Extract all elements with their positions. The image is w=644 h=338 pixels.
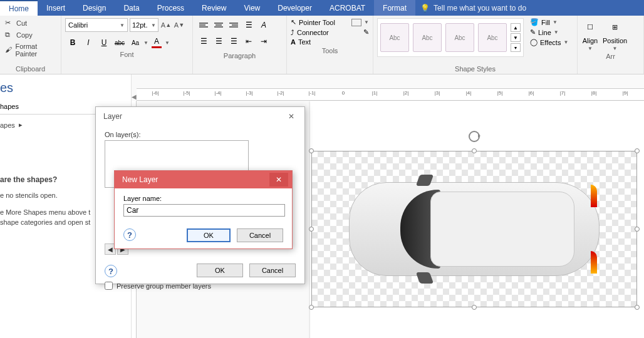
layer-ok-button[interactable]: OK	[197, 264, 243, 277]
tab-developer[interactable]: Developer	[269, 0, 321, 16]
font-name-select[interactable]: Calibri▼	[65, 18, 128, 32]
align-left-button[interactable]	[197, 18, 210, 32]
strike-button[interactable]: abc	[112, 36, 127, 49]
align-button[interactable]: ☐ Align ▼	[581, 18, 599, 51]
selection-box[interactable]	[311, 151, 637, 307]
pointer-tool-button[interactable]: ↖Pointer Tool▼	[291, 18, 369, 26]
shapes-pane-title: es	[0, 74, 131, 99]
align-right-button[interactable]	[227, 18, 241, 32]
tools-group-label: Tools	[291, 46, 369, 56]
text-direction-button[interactable]: A	[257, 18, 271, 32]
new-layer-close-button[interactable]: ✕	[269, 173, 288, 187]
group-arrange: ☐ Align ▼ ⊞ Position ▼ Arr	[578, 16, 644, 74]
ribbon-tabs: Home Insert Design Data Process Review V…	[0, 0, 644, 16]
tell-me-search[interactable]: 💡 Tell me what you want to do	[420, 0, 526, 16]
freeform-icon[interactable]: ✎	[363, 28, 369, 36]
decrease-indent-button[interactable]: ⇤	[242, 34, 256, 48]
increase-indent-button[interactable]: ⇥	[257, 34, 271, 48]
tab-home[interactable]: Home	[0, 0, 38, 16]
shape-style-swatch[interactable]: Abc	[445, 23, 474, 52]
gallery-more-button[interactable]: ▾	[511, 43, 521, 52]
preserve-members-checkbox[interactable]	[105, 282, 113, 290]
resize-handle-s[interactable]	[472, 305, 477, 310]
align-bottom-button[interactable]: ☰	[227, 34, 241, 48]
scissors-icon: ✂	[5, 19, 14, 28]
chevron-down-icon: ▼	[553, 19, 558, 25]
shrink-font-button[interactable]: A▼	[174, 18, 185, 32]
fill-label: Fill	[541, 19, 550, 26]
arrange-group-label: Arr	[581, 51, 640, 61]
underline-button[interactable]: U	[96, 36, 112, 49]
shape-style-swatch[interactable]: Abc	[380, 23, 409, 52]
shape-style-swatch[interactable]: Abc	[478, 23, 507, 52]
shape-style-swatch[interactable]: Abc	[413, 23, 442, 52]
align-top-button[interactable]: ☰	[197, 34, 210, 48]
position-icon: ⊞	[606, 18, 624, 36]
resize-handle-sw[interactable]	[309, 305, 314, 310]
ruler-mark: 0	[342, 90, 345, 96]
resize-handle-e[interactable]	[635, 227, 640, 232]
new-layer-ok-button[interactable]: OK	[187, 228, 231, 242]
line-button[interactable]: ✎Line▼	[530, 28, 568, 36]
new-layer-cancel-button[interactable]: Cancel	[237, 228, 283, 242]
tab-process[interactable]: Process	[148, 0, 193, 16]
position-button[interactable]: ⊞ Position ▼	[603, 18, 627, 51]
tab-view[interactable]: View	[235, 0, 269, 16]
copy-button[interactable]: ⧉Copy	[4, 30, 57, 40]
layer-cancel-button[interactable]: Cancel	[249, 264, 296, 277]
tab-acrobat[interactable]: ACROBAT	[321, 0, 374, 16]
resize-handle-ne[interactable]	[635, 148, 640, 153]
copy-label: Copy	[16, 31, 33, 39]
scroll-left-button[interactable]: ◀	[132, 92, 137, 101]
rotate-handle[interactable]	[469, 131, 480, 142]
tab-design[interactable]: Design	[74, 0, 115, 16]
grow-font-button[interactable]: A▲	[160, 18, 172, 32]
selection-border	[311, 151, 637, 307]
tab-review[interactable]: Review	[193, 0, 235, 16]
tab-data[interactable]: Data	[115, 0, 148, 16]
chevron-down-icon: ▼	[151, 23, 156, 28]
chevron-down-icon: ▼	[165, 40, 170, 46]
chevron-down-icon: ▼	[588, 46, 593, 51]
ruler-mark: |-5|	[183, 90, 190, 96]
align-middle-button[interactable]: ☰	[212, 34, 226, 48]
resize-handle-nw[interactable]	[309, 148, 314, 153]
on-layers-label: On layer(s):	[105, 131, 296, 138]
rectangle-icon[interactable]	[351, 19, 361, 26]
text-tool-button[interactable]: AText	[291, 38, 369, 46]
group-tools: ↖Pointer Tool▼ ⤴Connector✎ AText Tools	[287, 16, 373, 74]
italic-button[interactable]: I	[81, 36, 96, 49]
format-painter-button[interactable]: 🖌Format Painter	[4, 42, 57, 58]
ruler-mark: |3|	[435, 90, 440, 96]
connector-button[interactable]: ⤴Connector✎	[291, 28, 369, 36]
ruler-mark: |5|	[497, 90, 503, 96]
font-color-button[interactable]: A	[149, 36, 164, 49]
format-painter-label: Format Painter	[15, 43, 56, 58]
fill-button[interactable]: 🪣Fill▼	[530, 18, 568, 26]
cut-button[interactable]: ✂Cut	[4, 18, 57, 28]
help-icon[interactable]: ?	[123, 228, 136, 241]
font-size-select[interactable]: 12pt.▼	[130, 18, 158, 32]
layer-dialog-close-button[interactable]: ✕	[282, 109, 301, 124]
help-icon[interactable]: ?	[105, 265, 117, 277]
drawing-page[interactable]	[310, 101, 644, 338]
shape-styles-group-label: Shape Styles	[377, 64, 573, 74]
pointer-label: Pointer Tool	[299, 19, 335, 26]
gallery-up-button[interactable]: ▲	[511, 23, 521, 32]
gallery-down-button[interactable]: ▼	[511, 33, 521, 42]
tab-format[interactable]: Format	[374, 0, 415, 16]
resize-handle-w[interactable]	[309, 227, 314, 232]
effects-button[interactable]: ◯Effects▼	[530, 38, 568, 46]
bullets-button[interactable]: ☰	[242, 18, 256, 32]
tab-insert[interactable]: Insert	[38, 0, 74, 16]
align-center-button[interactable]	[212, 18, 226, 32]
bold-button[interactable]: B	[65, 36, 80, 49]
new-layer-titlebar[interactable]: New Layer ✕	[115, 171, 292, 188]
layer-name-input[interactable]	[123, 204, 285, 217]
connector-icon: ⤴	[291, 29, 294, 36]
resize-handle-se[interactable]	[635, 305, 640, 310]
layer-dialog-titlebar[interactable]: Layer ✕	[96, 107, 304, 126]
resize-handle-n[interactable]	[472, 148, 477, 153]
change-case-button[interactable]: Aa	[128, 36, 143, 49]
ruler-mark: |-3|	[246, 90, 252, 96]
